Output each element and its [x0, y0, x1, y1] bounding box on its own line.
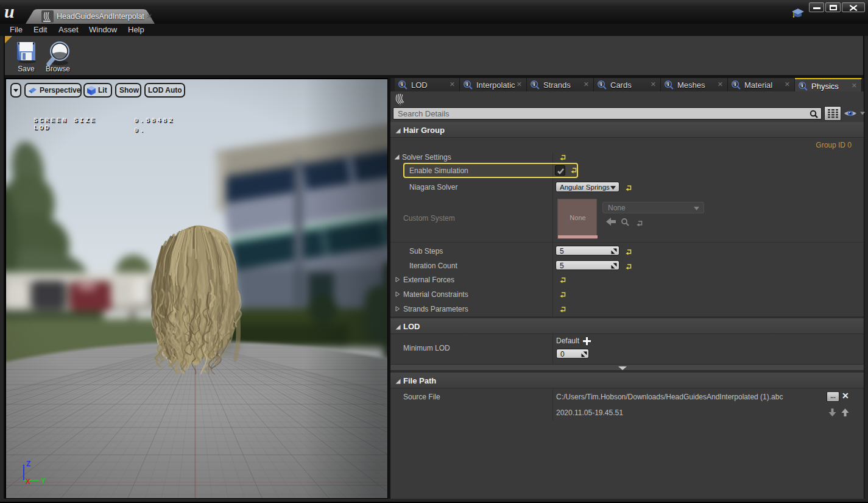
svg-text:Y: Y: [41, 477, 46, 485]
svg-text:Z: Z: [26, 460, 30, 468]
svg-text:X: X: [26, 477, 30, 486]
